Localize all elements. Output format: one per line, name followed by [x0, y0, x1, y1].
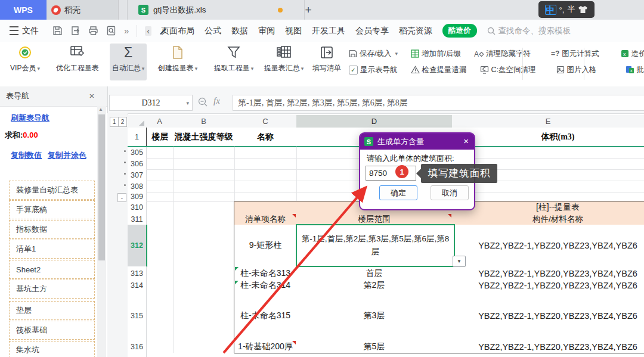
- check-omission-button[interactable]: 检查提量遗漏: [411, 65, 467, 75]
- more-commands-icon[interactable]: »: [124, 26, 129, 36]
- cell-c1[interactable]: 名称: [234, 128, 297, 147]
- dialog-title-bar[interactable]: S 生成单方含量 ×: [360, 134, 474, 150]
- outline-level-2-button[interactable]: 2: [118, 117, 127, 127]
- print-icon[interactable]: [88, 26, 98, 36]
- cell-e314[interactable]: YBZ2,YBZ2-1,YBZ20,YBZ23,YBZ4,YBZ6: [452, 280, 644, 291]
- wps-menu-button[interactable]: WPS: [0, 0, 47, 20]
- row-header-309[interactable]: 309: [128, 192, 147, 202]
- export-icon[interactable]: [70, 26, 80, 36]
- cell-d313[interactable]: 首层: [296, 266, 453, 281]
- menu-member[interactable]: 会员专享: [355, 26, 389, 36]
- column-header-a[interactable]: A: [146, 115, 174, 128]
- row-header-315[interactable]: 315: [128, 291, 147, 341]
- collapse-tab-icon[interactable]: ‹: [145, 26, 151, 36]
- cell-b1[interactable]: 混凝土强度等级: [173, 128, 235, 147]
- column-header-e[interactable]: E: [452, 115, 644, 128]
- column-header-c[interactable]: C: [234, 115, 297, 128]
- cell-e310[interactable]: [柱]--提量表: [452, 201, 644, 214]
- outline-collapse-button[interactable]: -: [117, 193, 126, 202]
- cell-c316[interactable]: 1-砖基础200厚: [234, 340, 297, 353]
- row-header-313[interactable]: 313: [128, 266, 147, 281]
- menu-docer-resources[interactable]: 稻壳资源: [399, 26, 432, 36]
- refresh-nav-link[interactable]: 刷新表导航: [11, 113, 49, 123]
- cancel-button[interactable]: 取消: [431, 185, 469, 200]
- sidebar-scrollbar-thumb[interactable]: [98, 114, 105, 260]
- cell-d315[interactable]: 第3层: [296, 291, 453, 341]
- row-header-1[interactable]: 1: [128, 128, 147, 147]
- optimize-boq-button[interactable]: 优化工程量表: [48, 44, 107, 80]
- save-icon[interactable]: [52, 26, 63, 36]
- cell-e312[interactable]: YBZ2,YBZ2-1,YBZ20,YBZ23,YBZ4,YBZ6: [452, 225, 644, 267]
- menu-data[interactable]: 数据: [231, 26, 248, 36]
- floor-area-input[interactable]: [366, 166, 416, 181]
- menu-dev-tools[interactable]: 开发工具: [312, 26, 345, 36]
- fill-list-button[interactable]: 填写清单: [310, 44, 343, 80]
- cell-d316[interactable]: 第5层: [296, 340, 453, 353]
- row-header-306[interactable]: 306: [128, 158, 147, 170]
- row-header-310[interactable]: 310: [128, 201, 147, 214]
- menu-file[interactable]: 文件: [10, 20, 39, 42]
- cell-c315[interactable]: 柱-未命名315: [234, 291, 297, 341]
- menu-page-layout[interactable]: 页面布局: [161, 26, 194, 36]
- row-header-316[interactable]: 316: [128, 340, 147, 353]
- cell-c313[interactable]: 柱-未命名313: [234, 266, 297, 281]
- row-header-311[interactable]: 311: [128, 213, 147, 225]
- cell-e316[interactable]: YBZ2,YBZ2-1,YBZ20,YBZ23,YBZ4,YBZ6: [452, 340, 644, 353]
- sheet-item-manual-draft[interactable]: 手算底稿: [9, 200, 95, 219]
- new-tab-button[interactable]: +: [298, 0, 318, 20]
- cell-e311[interactable]: 构件/材料名称: [452, 213, 644, 225]
- formula-input[interactable]: 第-1层, 首层, 第2层, 第3层, 第5层, 第6层, 第8层: [233, 95, 644, 111]
- save-load-button[interactable]: 保存/载入▾: [349, 49, 398, 59]
- row-header-308[interactable]: 308: [128, 181, 147, 193]
- scroll-up-icon[interactable]: ▲: [98, 107, 103, 112]
- copy-paint-link[interactable]: 复制并涂色: [48, 151, 86, 160]
- cell-d311[interactable]: 楼层范围: [296, 213, 453, 225]
- sheet-item-cushion[interactable]: 垫层: [9, 301, 95, 320]
- cell-name-box[interactable]: D312 ▾: [109, 95, 193, 111]
- column-header-b[interactable]: B: [173, 115, 235, 128]
- command-search[interactable]: 查找命令、搜索模板: [487, 26, 571, 36]
- extract-quantity-button[interactable]: 提取工程量▾: [209, 44, 259, 80]
- row-header-314[interactable]: 314: [128, 280, 147, 291]
- vip-member-button[interactable]: VIP会员▾: [5, 44, 45, 80]
- ok-button[interactable]: 确定: [379, 185, 417, 200]
- close-icon[interactable]: ×: [86, 89, 98, 101]
- cell-d314[interactable]: 第2层: [296, 280, 453, 291]
- c-drive-cleanup-button[interactable]: C:盘空间清理: [480, 65, 536, 75]
- sheet-item-sheet2[interactable]: Sheet2: [9, 260, 95, 279]
- selected-cell-d312[interactable]: 第-1层,首层,第2层,第3层,第5层,第6层,第8层: [296, 224, 455, 267]
- image-to-cell-button[interactable]: 图片入格: [556, 65, 597, 75]
- show-nav-checkbox[interactable]: ✓ 显示表导航: [349, 65, 398, 75]
- menu-review[interactable]: 审阅: [258, 26, 275, 36]
- input-method-indicator[interactable]: 中 °, 半: [538, 1, 595, 18]
- cell-a1[interactable]: 楼层: [146, 128, 174, 147]
- sheet-item-decoration-summary[interactable]: 装修量自动汇总表: [9, 181, 95, 200]
- zoom-out-icon[interactable]: [198, 97, 208, 107]
- sheet-item-index-data[interactable]: 指标数据: [9, 220, 95, 239]
- cell-e313[interactable]: YBZ2,YBZ2-1,YBZ20,YBZ23,YBZ4,YBZ6: [452, 266, 644, 281]
- cell-c310[interactable]: [234, 201, 297, 214]
- copy-values-link[interactable]: 复制数值: [11, 151, 42, 160]
- quantity-table-summary-button[interactable]: 提量表汇总▾: [259, 44, 309, 80]
- outline-level-1-button[interactable]: 1: [110, 117, 119, 127]
- row-header-317[interactable]: [128, 353, 147, 357]
- cost-excel-button[interactable]: x 造价Exce: [621, 49, 644, 59]
- dialog-close-icon[interactable]: ×: [463, 136, 469, 146]
- sheet-item-sump[interactable]: 集水坑: [9, 341, 95, 357]
- menu-formulas[interactable]: 公式: [205, 26, 221, 36]
- select-all-corner[interactable]: [128, 115, 147, 128]
- sheet-item-list1[interactable]: 清单1: [9, 240, 95, 259]
- cell-e315[interactable]: YBZ2,YBZ2-1,YBZ20,YBZ23,YBZ4,YBZ6: [452, 291, 644, 341]
- auto-summary-button[interactable]: Σ 自动汇总▾: [110, 44, 147, 80]
- row-header-305[interactable]: 305: [128, 147, 147, 159]
- print-preview-icon[interactable]: [106, 26, 116, 36]
- cell-e1[interactable]: 体积(m3): [452, 128, 644, 147]
- sheet-item-raft-foundation[interactable]: 筏板基础: [9, 321, 95, 340]
- batch-cad-button[interactable]: x 批量CAD: [626, 65, 644, 75]
- tab-docer[interactable]: 稻壳: [47, 0, 119, 20]
- menu-kuzaojia-pill[interactable]: 酷造价: [442, 24, 477, 38]
- row-header-312[interactable]: 312: [128, 225, 147, 267]
- element-formula-button[interactable]: =? 图元计算式: [551, 49, 599, 59]
- cell-c311[interactable]: 清单项名称: [234, 213, 297, 225]
- cell-dropdown-button[interactable]: ▼: [453, 256, 466, 267]
